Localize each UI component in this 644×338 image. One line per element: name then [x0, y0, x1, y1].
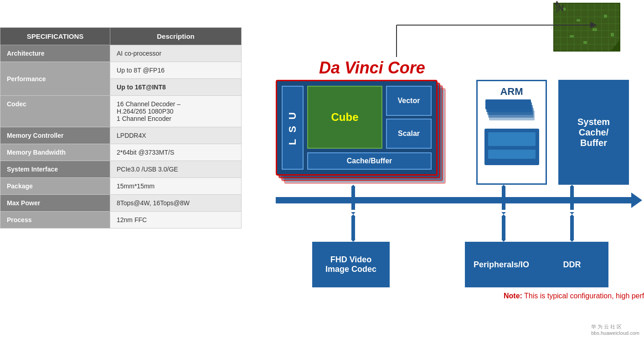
- note-text: This is typical configuration, high perf…: [522, 292, 644, 300]
- spec-label: Max Power: [0, 195, 110, 212]
- bus-arrow-right-icon: [631, 192, 642, 208]
- spec-label: Memory Bandwidth: [0, 144, 110, 161]
- spec-label: Codec: [0, 96, 110, 127]
- table-row: Performance Up to 8T @FP16: [0, 62, 242, 79]
- table-row: Memory Bandwidth 2*64bit @3733MT/S: [0, 144, 242, 161]
- svg-marker-42: [570, 185, 574, 187]
- spec-value: 16 Channel Decoder – H.264/265 1080P30 1…: [110, 96, 242, 127]
- table-row: Memory Controller LPDDR4X: [0, 127, 242, 144]
- svg-marker-29: [555, 1, 559, 5]
- north-arrow-icon: [552, 0, 562, 14]
- fhd-label: FHD Video Image Codec: [325, 255, 376, 274]
- arm-block: ARM: [476, 80, 547, 185]
- bottom-box-ddr: DDR: [536, 242, 608, 287]
- bottom-box-peripherals: Peripherals/IO: [465, 242, 538, 287]
- core-right: Cube Vector Scalar Cache/Buffer: [307, 86, 432, 170]
- spec-value: PCIe3.0 /USB 3.0/GE: [110, 161, 242, 178]
- cube-block: Cube: [307, 86, 382, 149]
- watermark-line2: bbs.huaweicloud.com: [591, 330, 639, 336]
- spec-label: Process: [0, 212, 110, 229]
- table-row: System Interface PCIe3.0 /USB 3.0/GE: [0, 161, 242, 178]
- arm-label: ARM: [500, 86, 523, 98]
- chip-connector-line: [344, 18, 618, 59]
- note-section: Note: This is typical configuration, hig…: [504, 292, 644, 300]
- spec-value: AI co-processor: [110, 45, 242, 62]
- watermark-line1: 华 为 云 社 区: [591, 323, 639, 330]
- spec-value: 12nm FFC: [110, 212, 242, 229]
- spec-label: Package: [0, 178, 110, 195]
- specs-table: SPECIFICATIONS Description Architecture …: [0, 27, 242, 229]
- table-row: Package 15mm*15mm: [0, 178, 242, 195]
- dbl-arrow-2: [499, 185, 513, 244]
- arm-page: [485, 99, 531, 109]
- core-stack: L S U Cube Vector Scalar Cache/Buffer: [276, 80, 449, 189]
- col-header-desc: Description: [110, 28, 242, 45]
- ddr-label: DDR: [563, 260, 581, 270]
- table-row: Architecture AI co-processor: [0, 45, 242, 62]
- svg-marker-32: [351, 212, 355, 214]
- arm-pages: [484, 101, 539, 165]
- dbl-arrow-3: [567, 185, 581, 244]
- spec-value: LPDDR4X: [110, 127, 242, 144]
- syscache-label: System Cache/ Buffer: [577, 117, 610, 148]
- vec-scalar-col: Vector Scalar: [386, 86, 432, 149]
- spec-label: Memory Controller: [0, 127, 110, 144]
- spec-label: Performance: [0, 62, 110, 96]
- cube-vec-row: Cube Vector Scalar: [307, 86, 432, 149]
- note-bold: Note:: [504, 292, 522, 300]
- spec-value: 15mm*15mm: [110, 178, 242, 195]
- diagram-area: N Da Vinci Core L S U Cube Vector Scalar: [248, 0, 640, 338]
- syscache-block: System Cache/ Buffer: [558, 80, 629, 185]
- svg-marker-30: [351, 185, 355, 187]
- arm-chip-top: [488, 132, 536, 146]
- arm-main-chip: [484, 129, 539, 165]
- spec-value: 2*64bit @3733MT/S: [110, 144, 242, 161]
- lsu-block: L S U: [282, 86, 304, 170]
- dbl-arrow-1: [349, 185, 362, 244]
- table-row: Codec 16 Channel Decoder – H.264/265 108…: [0, 96, 242, 127]
- arm-chip-bot: [488, 150, 536, 159]
- watermark: 华 为 云 社 区 bbs.huaweicloud.com: [591, 323, 639, 336]
- core-stack-main: L S U Cube Vector Scalar Cache/Buffer: [276, 80, 438, 176]
- svg-marker-38: [501, 212, 506, 214]
- spec-value: Up to 16T@INT8: [110, 79, 242, 96]
- svg-marker-27: [590, 22, 597, 28]
- bottom-box-fhd: FHD Video Image Codec: [312, 242, 390, 287]
- vector-block: Vector: [386, 86, 432, 116]
- svg-marker-44: [570, 212, 574, 214]
- da-vinci-title: Da Vinci Core: [319, 58, 425, 78]
- svg-marker-39: [501, 214, 506, 217]
- table-row: Process 12nm FFC: [0, 212, 242, 229]
- peripherals-label: Peripherals/IO: [474, 260, 529, 270]
- svg-rect-19: [604, 15, 607, 18]
- svg-marker-45: [570, 214, 574, 217]
- cache-block: Cache/Buffer: [307, 152, 432, 170]
- col-header-specs: SPECIFICATIONS: [0, 28, 110, 45]
- spec-label: Architecture: [0, 45, 110, 62]
- table-row: Max Power 8Tops@4W, 16Tops@8W: [0, 195, 242, 212]
- spec-value: 8Tops@4W, 16Tops@8W: [110, 195, 242, 212]
- scalar-block: Scalar: [386, 119, 432, 149]
- svg-marker-33: [351, 214, 355, 217]
- spec-value: Up to 8T @FP16: [110, 62, 242, 79]
- spec-label: System Interface: [0, 161, 110, 178]
- svg-marker-36: [501, 185, 506, 187]
